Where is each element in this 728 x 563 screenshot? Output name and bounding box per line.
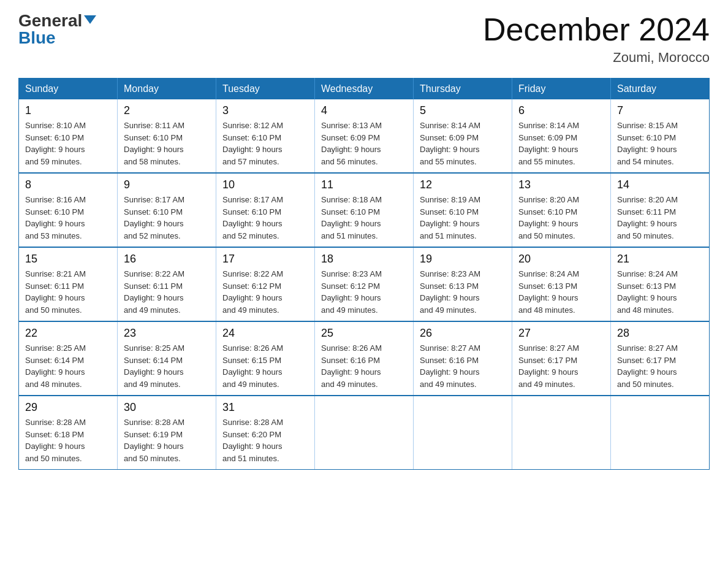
day-info: Sunrise: 8:17 AM Sunset: 6:10 PM Dayligh… (124, 194, 210, 242)
logo-triangle-icon (84, 15, 96, 24)
day-number: 1 (25, 104, 111, 117)
week-row-5: 29 Sunrise: 8:28 AM Sunset: 6:18 PM Dayl… (19, 396, 710, 470)
day-cell-4-2: 31 Sunrise: 8:28 AM Sunset: 6:20 PM Dayl… (216, 396, 315, 470)
day-number: 23 (124, 327, 210, 340)
page-header: General Blue December 2024 Zoumi, Morocc… (18, 12, 710, 66)
col-wednesday: Wednesday (315, 79, 414, 100)
day-info: Sunrise: 8:24 AM Sunset: 6:13 PM Dayligh… (617, 268, 703, 316)
day-cell-4-4 (414, 396, 512, 470)
day-number: 26 (420, 327, 506, 340)
day-info: Sunrise: 8:10 AM Sunset: 6:10 PM Dayligh… (25, 120, 111, 167)
day-number: 9 (124, 178, 210, 191)
day-info: Sunrise: 8:28 AM Sunset: 6:19 PM Dayligh… (124, 416, 210, 464)
day-number: 31 (222, 401, 308, 414)
day-cell-0-1: 2 Sunrise: 8:11 AM Sunset: 6:10 PM Dayli… (118, 99, 216, 173)
day-cell-3-5: 27 Sunrise: 8:27 AM Sunset: 6:17 PM Dayl… (512, 321, 611, 396)
day-cell-0-5: 6 Sunrise: 8:14 AM Sunset: 6:09 PM Dayli… (512, 99, 611, 173)
day-number: 17 (222, 253, 308, 266)
day-number: 30 (124, 401, 210, 414)
day-cell-2-5: 20 Sunrise: 8:24 AM Sunset: 6:13 PM Dayl… (512, 247, 611, 321)
location-text: Zoumi, Morocco (483, 50, 710, 66)
day-cell-0-0: 1 Sunrise: 8:10 AM Sunset: 6:10 PM Dayli… (19, 99, 118, 173)
day-info: Sunrise: 8:28 AM Sunset: 6:20 PM Dayligh… (222, 416, 308, 464)
day-info: Sunrise: 8:20 AM Sunset: 6:11 PM Dayligh… (617, 194, 703, 242)
col-monday: Monday (118, 79, 216, 100)
day-info: Sunrise: 8:27 AM Sunset: 6:17 PM Dayligh… (617, 342, 703, 390)
col-thursday: Thursday (414, 79, 512, 100)
day-info: Sunrise: 8:26 AM Sunset: 6:15 PM Dayligh… (222, 342, 308, 390)
day-info: Sunrise: 8:20 AM Sunset: 6:10 PM Dayligh… (518, 194, 604, 242)
col-friday: Friday (512, 79, 611, 100)
day-cell-1-5: 13 Sunrise: 8:20 AM Sunset: 6:10 PM Dayl… (512, 173, 611, 247)
day-info: Sunrise: 8:23 AM Sunset: 6:12 PM Dayligh… (321, 268, 407, 316)
day-info: Sunrise: 8:13 AM Sunset: 6:09 PM Dayligh… (321, 120, 407, 167)
calendar-header-row: Sunday Monday Tuesday Wednesday Thursday… (19, 79, 710, 100)
day-cell-2-4: 19 Sunrise: 8:23 AM Sunset: 6:13 PM Dayl… (414, 247, 512, 321)
week-row-2: 8 Sunrise: 8:16 AM Sunset: 6:10 PM Dayli… (19, 173, 710, 247)
day-cell-2-6: 21 Sunrise: 8:24 AM Sunset: 6:13 PM Dayl… (611, 247, 710, 321)
day-cell-4-3 (315, 396, 414, 470)
day-number: 12 (420, 178, 506, 191)
week-row-3: 15 Sunrise: 8:21 AM Sunset: 6:11 PM Dayl… (19, 247, 710, 321)
day-cell-0-2: 3 Sunrise: 8:12 AM Sunset: 6:10 PM Dayli… (216, 99, 315, 173)
col-tuesday: Tuesday (216, 79, 315, 100)
col-sunday: Sunday (19, 79, 118, 100)
logo-blue-text: Blue (18, 28, 56, 47)
day-cell-4-0: 29 Sunrise: 8:28 AM Sunset: 6:18 PM Dayl… (19, 396, 118, 470)
day-cell-3-6: 28 Sunrise: 8:27 AM Sunset: 6:17 PM Dayl… (611, 321, 710, 396)
day-cell-0-4: 5 Sunrise: 8:14 AM Sunset: 6:09 PM Dayli… (414, 99, 512, 173)
day-number: 16 (124, 253, 210, 266)
day-number: 13 (518, 178, 604, 191)
day-info: Sunrise: 8:11 AM Sunset: 6:10 PM Dayligh… (124, 120, 210, 167)
day-cell-2-0: 15 Sunrise: 8:21 AM Sunset: 6:11 PM Dayl… (19, 247, 118, 321)
day-info: Sunrise: 8:21 AM Sunset: 6:11 PM Dayligh… (25, 268, 111, 316)
day-info: Sunrise: 8:22 AM Sunset: 6:11 PM Dayligh… (124, 268, 210, 316)
day-cell-1-4: 12 Sunrise: 8:19 AM Sunset: 6:10 PM Dayl… (414, 173, 512, 247)
col-saturday: Saturday (611, 79, 710, 100)
day-cell-3-4: 26 Sunrise: 8:27 AM Sunset: 6:16 PM Dayl… (414, 321, 512, 396)
day-number: 18 (321, 253, 407, 266)
logo-bottom-row: Blue (18, 29, 56, 47)
day-number: 5 (420, 104, 506, 117)
day-cell-3-3: 25 Sunrise: 8:26 AM Sunset: 6:16 PM Dayl… (315, 321, 414, 396)
logo: General Blue (18, 12, 96, 47)
day-number: 20 (518, 253, 604, 266)
day-info: Sunrise: 8:12 AM Sunset: 6:10 PM Dayligh… (222, 120, 308, 167)
day-number: 7 (617, 104, 703, 117)
day-number: 15 (25, 253, 111, 266)
day-cell-1-3: 11 Sunrise: 8:18 AM Sunset: 6:10 PM Dayl… (315, 173, 414, 247)
day-info: Sunrise: 8:16 AM Sunset: 6:10 PM Dayligh… (25, 194, 111, 242)
day-number: 29 (25, 401, 111, 414)
day-cell-1-2: 10 Sunrise: 8:17 AM Sunset: 6:10 PM Dayl… (216, 173, 315, 247)
day-info: Sunrise: 8:25 AM Sunset: 6:14 PM Dayligh… (124, 342, 210, 390)
day-cell-2-3: 18 Sunrise: 8:23 AM Sunset: 6:12 PM Dayl… (315, 247, 414, 321)
day-info: Sunrise: 8:17 AM Sunset: 6:10 PM Dayligh… (222, 194, 308, 242)
day-info: Sunrise: 8:27 AM Sunset: 6:16 PM Dayligh… (420, 342, 506, 390)
day-number: 28 (617, 327, 703, 340)
day-info: Sunrise: 8:15 AM Sunset: 6:10 PM Dayligh… (617, 120, 703, 167)
day-info: Sunrise: 8:26 AM Sunset: 6:16 PM Dayligh… (321, 342, 407, 390)
day-info: Sunrise: 8:28 AM Sunset: 6:18 PM Dayligh… (25, 416, 111, 464)
week-row-1: 1 Sunrise: 8:10 AM Sunset: 6:10 PM Dayli… (19, 99, 710, 173)
day-cell-1-0: 8 Sunrise: 8:16 AM Sunset: 6:10 PM Dayli… (19, 173, 118, 247)
day-info: Sunrise: 8:19 AM Sunset: 6:10 PM Dayligh… (420, 194, 506, 242)
month-title: December 2024 (483, 12, 710, 47)
day-number: 27 (518, 327, 604, 340)
day-number: 24 (222, 327, 308, 340)
day-number: 10 (222, 178, 308, 191)
day-cell-4-5 (512, 396, 611, 470)
day-cell-0-6: 7 Sunrise: 8:15 AM Sunset: 6:10 PM Dayli… (611, 99, 710, 173)
week-row-4: 22 Sunrise: 8:25 AM Sunset: 6:14 PM Dayl… (19, 321, 710, 396)
day-number: 2 (124, 104, 210, 117)
day-cell-1-6: 14 Sunrise: 8:20 AM Sunset: 6:11 PM Dayl… (611, 173, 710, 247)
day-cell-3-2: 24 Sunrise: 8:26 AM Sunset: 6:15 PM Dayl… (216, 321, 315, 396)
day-cell-3-1: 23 Sunrise: 8:25 AM Sunset: 6:14 PM Dayl… (118, 321, 216, 396)
day-number: 14 (617, 178, 703, 191)
day-cell-4-6 (611, 396, 710, 470)
day-cell-4-1: 30 Sunrise: 8:28 AM Sunset: 6:19 PM Dayl… (118, 396, 216, 470)
day-cell-1-1: 9 Sunrise: 8:17 AM Sunset: 6:10 PM Dayli… (118, 173, 216, 247)
day-info: Sunrise: 8:27 AM Sunset: 6:17 PM Dayligh… (518, 342, 604, 390)
day-info: Sunrise: 8:18 AM Sunset: 6:10 PM Dayligh… (321, 194, 407, 242)
day-info: Sunrise: 8:14 AM Sunset: 6:09 PM Dayligh… (518, 120, 604, 167)
day-number: 19 (420, 253, 506, 266)
